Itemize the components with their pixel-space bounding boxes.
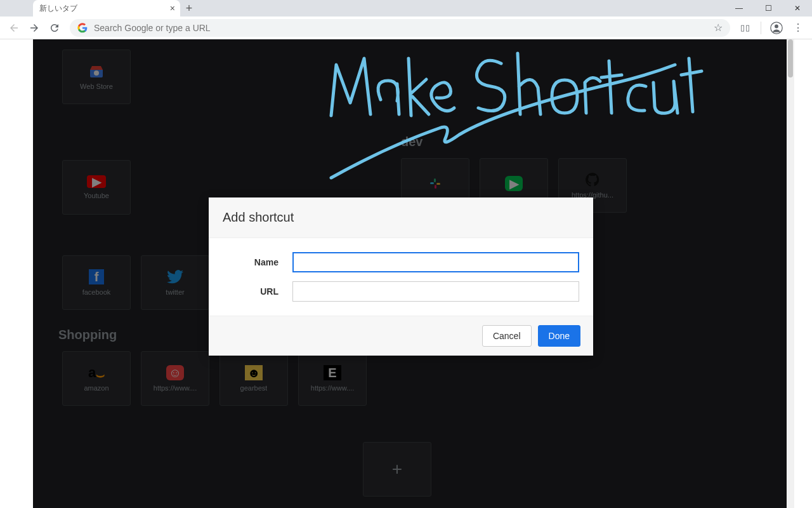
arrow-right-icon bbox=[29, 22, 40, 34]
cancel-label: Cancel bbox=[493, 331, 521, 341]
extensions-button[interactable]: ▯▯ bbox=[737, 19, 754, 37]
browser-tabbar: 新しいタブ × + ― ☐ ✕ bbox=[0, 0, 812, 17]
maximize-button[interactable]: ☐ bbox=[754, 0, 783, 17]
svg-point-1 bbox=[775, 24, 778, 28]
reload-button[interactable] bbox=[46, 19, 63, 37]
toolbar-divider bbox=[761, 22, 761, 34]
forward-button[interactable] bbox=[25, 19, 43, 37]
back-button[interactable] bbox=[5, 19, 23, 37]
person-icon bbox=[770, 22, 783, 34]
add-shortcut-dialog: Add shortcut Name URL Cancel Done bbox=[209, 197, 593, 356]
url-label: URL bbox=[223, 286, 292, 297]
done-button[interactable]: Done bbox=[538, 325, 580, 347]
google-icon bbox=[77, 23, 88, 33]
menu-button[interactable]: ⋮ bbox=[789, 19, 807, 37]
tab-title: 新しいタブ bbox=[39, 3, 77, 14]
dialog-body: Name URL bbox=[209, 238, 593, 316]
reload-icon bbox=[49, 22, 60, 34]
done-label: Done bbox=[549, 331, 570, 341]
new-tab-button[interactable]: + bbox=[180, 0, 198, 17]
cancel-button[interactable]: Cancel bbox=[482, 325, 532, 347]
dialog-header: Add shortcut bbox=[209, 197, 593, 238]
omnibox-input[interactable] bbox=[94, 23, 707, 33]
scrollbar-thumb[interactable] bbox=[788, 39, 793, 77]
dialog-footer: Cancel Done bbox=[209, 316, 593, 356]
arrow-left-icon bbox=[8, 22, 20, 34]
vertical-scrollbar[interactable] bbox=[787, 39, 794, 508]
browser-toolbar: ☆ ▯▯ ⋮ bbox=[0, 17, 812, 39]
window-controls: ― ☐ ✕ bbox=[724, 0, 812, 17]
address-bar[interactable]: ☆ bbox=[70, 19, 730, 37]
name-input[interactable] bbox=[292, 252, 579, 272]
name-label: Name bbox=[223, 257, 292, 267]
browser-tab[interactable]: 新しいタブ × bbox=[33, 0, 180, 17]
close-tab-icon[interactable]: × bbox=[170, 3, 175, 13]
url-input[interactable] bbox=[292, 281, 579, 302]
minimize-button[interactable]: ― bbox=[724, 0, 754, 17]
profile-button[interactable] bbox=[768, 19, 785, 37]
close-window-button[interactable]: ✕ bbox=[783, 0, 812, 17]
dialog-title: Add shortcut bbox=[223, 210, 579, 225]
bookmark-star-icon[interactable]: ☆ bbox=[714, 22, 723, 34]
